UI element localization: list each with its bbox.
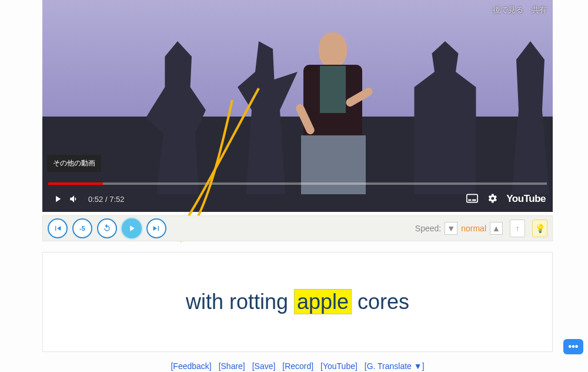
- video-top-tags: 後で見る 共有: [493, 5, 547, 15]
- settings-icon[interactable]: [486, 192, 498, 206]
- repeat-button[interactable]: [97, 218, 117, 238]
- play-sentence-button[interactable]: [122, 218, 142, 238]
- footer-record[interactable]: [Record]: [282, 361, 313, 371]
- play-icon[interactable]: [49, 194, 66, 204]
- silhouette: [507, 41, 553, 194]
- footer-feedback[interactable]: [Feedback]: [171, 361, 211, 371]
- svg-rect-0: [467, 194, 477, 202]
- subtitle-card: with rotting apple cores: [42, 252, 553, 352]
- speed-value: normal: [461, 224, 486, 233]
- speed-up-button[interactable]: ▲: [490, 222, 503, 235]
- back-5-button[interactable]: -5: [72, 218, 92, 238]
- watch-later-label[interactable]: 後で見る: [493, 5, 523, 15]
- subtitle-highlight[interactable]: apple: [294, 289, 352, 314]
- footer-links: [Feedback] [Share] [Save] [Record] [YouT…: [42, 361, 553, 371]
- silhouette: [142, 41, 213, 194]
- youtube-control-bar: 0:52 / 7:52 YouTube: [42, 186, 553, 212]
- footer-gtranslate[interactable]: [G. Translate ▼]: [365, 361, 425, 371]
- time-total: 7:52: [109, 195, 124, 204]
- video-scene: [42, 0, 553, 212]
- scroll-top-button[interactable]: ↑: [510, 220, 525, 237]
- captions-icon[interactable]: [466, 194, 478, 205]
- custom-controls-bar: -5 Speed: ▼ normal ▲ ↑ 💡: [42, 215, 553, 241]
- footer-share[interactable]: [Share]: [219, 361, 245, 371]
- speed-down-button[interactable]: ▼: [445, 222, 457, 235]
- speed-label: Speed:: [415, 224, 441, 233]
- progress-bar[interactable]: [48, 182, 547, 185]
- chat-fab-button[interactable]: •••: [563, 339, 583, 354]
- speed-control: Speed: ▼ normal ▲ ↑ 💡: [415, 220, 547, 237]
- footer-save[interactable]: [Save]: [252, 361, 276, 371]
- video-player[interactable]: 後で見る 共有 その他の動画 0:52 / 7:52 YouTube: [42, 0, 553, 212]
- more-videos-button[interactable]: その他の動画: [47, 155, 101, 172]
- minus5-label: -5: [79, 225, 85, 232]
- youtube-logo[interactable]: YouTube: [506, 193, 546, 205]
- silhouette: [401, 41, 489, 194]
- footer-youtube[interactable]: [YouTube]: [320, 361, 358, 371]
- prev-sentence-button[interactable]: [48, 218, 68, 238]
- svg-rect-1: [469, 199, 472, 201]
- next-sentence-button[interactable]: [146, 218, 166, 238]
- hint-bulb-button[interactable]: 💡: [532, 220, 547, 237]
- share-label[interactable]: 共有: [532, 5, 547, 15]
- time-current: 0:52: [88, 195, 103, 204]
- speaker-figure: [283, 29, 383, 194]
- subtitle-text: with rotting apple cores: [186, 290, 409, 314]
- video-time: 0:52 / 7:52: [88, 195, 124, 204]
- subtitle-post: cores: [352, 290, 409, 314]
- progress-done: [48, 182, 103, 185]
- time-separator: /: [103, 195, 109, 204]
- svg-rect-2: [472, 199, 476, 201]
- volume-icon[interactable]: [66, 194, 82, 204]
- subtitle-pre: with rotting: [186, 290, 294, 314]
